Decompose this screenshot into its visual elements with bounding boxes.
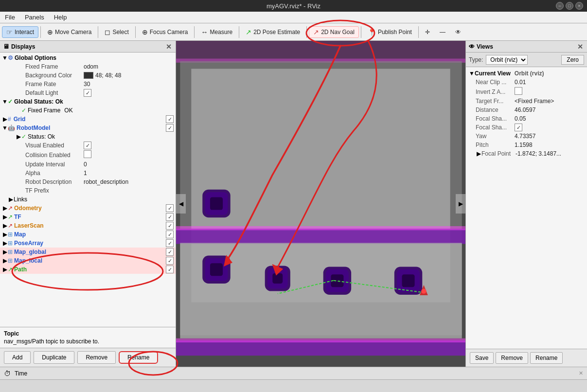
views-close-button[interactable]: ✕ bbox=[576, 43, 584, 51]
visual-enabled-checkbox[interactable] bbox=[84, 142, 91, 149]
default-light-value[interactable] bbox=[84, 89, 91, 97]
current-view-type: Orbit (rviz) bbox=[515, 70, 544, 77]
focal-point-row[interactable]: ▶ Focal Point -1.8742; 3.1487... bbox=[466, 149, 587, 158]
global-options-item[interactable]: ▼ ⚙ Global Options bbox=[0, 53, 176, 62]
select-button[interactable]: ◻ Select bbox=[100, 26, 133, 38]
viewport-nav-left[interactable]: ◀ bbox=[176, 194, 186, 214]
remove-toolbar-button[interactable]: — bbox=[435, 27, 450, 37]
global-options-arrow: ▼ bbox=[2, 54, 8, 61]
window-controls[interactable]: – □ × bbox=[556, 2, 583, 10]
focus-camera-label: Focus Camera bbox=[150, 29, 188, 36]
grid-item[interactable]: ▶ # Grid bbox=[0, 115, 176, 124]
menu-file[interactable]: File bbox=[3, 14, 17, 21]
map-global-arrow: ▶ bbox=[2, 249, 8, 255]
map-local-icon: ⊞ bbox=[8, 257, 13, 264]
2d-nav-button[interactable]: ↗ 2D Nav Goal bbox=[309, 26, 359, 38]
collision-enabled-value[interactable] bbox=[84, 150, 91, 160]
add-button[interactable]: Add bbox=[4, 351, 31, 364]
views-panel-header: 👁 Views ✕ bbox=[466, 41, 587, 53]
measure-button[interactable]: ↔ Measure bbox=[196, 26, 237, 38]
robot-status-item[interactable]: ▶ ✓ Status: Ok bbox=[0, 132, 176, 141]
eye-toolbar-button[interactable]: 👁 bbox=[451, 27, 465, 37]
default-light-row: Default Light bbox=[0, 89, 176, 97]
move-camera-button[interactable]: ⊕ Move Camera bbox=[43, 26, 96, 38]
map-global-icon: ⊞ bbox=[8, 249, 13, 255]
target-frame-value: <Fixed Frame> bbox=[515, 98, 554, 105]
views-bottom-buttons: Save Remove Rename bbox=[466, 349, 587, 367]
map-global-checkbox[interactable] bbox=[166, 248, 174, 256]
publish-point-button[interactable]: 📍 Publish Point bbox=[363, 26, 416, 38]
invert-z-value[interactable] bbox=[515, 87, 522, 96]
robot-status-icon: ✓ bbox=[21, 133, 26, 140]
menubar: File Panels Help bbox=[0, 12, 587, 23]
minimize-button[interactable]: – bbox=[556, 2, 564, 10]
duplicate-button[interactable]: Duplicate bbox=[34, 351, 74, 364]
laserscan-checkbox[interactable] bbox=[166, 222, 174, 230]
focal-sha2-checkbox[interactable] bbox=[515, 124, 522, 131]
svg-rect-7 bbox=[176, 340, 465, 356]
viewport-nav-right[interactable]: ▶ bbox=[456, 194, 465, 214]
focal-sha1-row: Focal Sha... 0.05 bbox=[466, 114, 587, 123]
remove-display-button[interactable]: Remove bbox=[77, 351, 116, 364]
links-item[interactable]: ▶ Links bbox=[0, 195, 176, 204]
viewport[interactable]: ◀ ▶ bbox=[176, 41, 465, 367]
map-item[interactable]: ▶ ⊞ Map bbox=[0, 230, 176, 239]
path-item[interactable]: ▶ ↗ Path bbox=[0, 265, 176, 274]
2d-pose-button[interactable]: ↗ 2D Pose Estimate bbox=[241, 26, 304, 38]
path-arrow: ▶ bbox=[2, 266, 8, 273]
grid-checkbox[interactable] bbox=[166, 115, 174, 123]
global-status-label: Global Status: Ok bbox=[14, 98, 63, 105]
views-zero-button[interactable]: Zero bbox=[561, 55, 584, 65]
displays-close-button[interactable]: ✕ bbox=[165, 43, 173, 51]
odometry-checkbox[interactable] bbox=[166, 204, 174, 212]
menu-panels[interactable]: Panels bbox=[23, 14, 46, 21]
robot-model-item[interactable]: ▼ 🤖 RobotModel bbox=[0, 124, 176, 132]
robot-model-checkbox[interactable] bbox=[166, 124, 174, 132]
map-checkbox[interactable] bbox=[166, 231, 174, 238]
path-checkbox[interactable] bbox=[166, 266, 174, 273]
posearray-item[interactable]: ▶ ⊞ PoseArray bbox=[0, 239, 176, 248]
odometry-item[interactable]: ▶ ↗ Odometry bbox=[0, 204, 176, 213]
tf-checkbox[interactable] bbox=[166, 213, 174, 221]
add-toolbar-button[interactable]: ✛ bbox=[421, 27, 434, 37]
menu-help[interactable]: Help bbox=[52, 14, 69, 21]
interact-button[interactable]: ☞ Interact bbox=[2, 26, 38, 38]
global-status-item[interactable]: ▼ ✓ Global Status: Ok bbox=[0, 97, 176, 106]
close-button[interactable]: × bbox=[575, 2, 583, 10]
map-local-checkbox[interactable] bbox=[166, 257, 174, 265]
map-label: Map bbox=[14, 231, 26, 238]
titlebar: myAGV.rviz* - RViz – □ × bbox=[0, 0, 587, 12]
views-remove-button[interactable]: Remove bbox=[496, 352, 528, 364]
visual-enabled-value[interactable] bbox=[84, 142, 91, 149]
map-local-item[interactable]: ▶ ⊞ Map_local bbox=[0, 256, 176, 265]
toolbar-sep-2 bbox=[98, 26, 98, 38]
topic-panel: Topic nav_msgs/Path topic to subscribe t… bbox=[0, 327, 176, 348]
laserscan-item[interactable]: ▶ ↗ LaserScan bbox=[0, 221, 176, 230]
fixed-frame-value: odom bbox=[84, 63, 98, 70]
frame-rate-label: Frame Rate bbox=[25, 81, 84, 88]
global-options-label: Global Options bbox=[15, 54, 56, 61]
tf-item[interactable]: ▶ ↗ TF bbox=[0, 213, 176, 221]
views-save-button[interactable]: Save bbox=[470, 352, 494, 364]
time-close-icon[interactable]: ✕ bbox=[579, 370, 583, 376]
fixed-frame-status-item[interactable]: ✓ Fixed Frame OK bbox=[0, 106, 176, 115]
default-light-checkbox[interactable] bbox=[84, 89, 91, 97]
collision-enabled-checkbox[interactable] bbox=[84, 150, 91, 158]
posearray-checkbox[interactable] bbox=[166, 239, 174, 247]
rename-button[interactable]: Rename bbox=[119, 351, 158, 364]
robot-model-label: RobotModel bbox=[17, 125, 50, 131]
publish-point-label: Publish Point bbox=[378, 29, 412, 36]
maximize-button[interactable]: □ bbox=[566, 2, 573, 10]
views-rename-button[interactable]: Rename bbox=[530, 352, 563, 364]
focus-camera-button[interactable]: ⊕ Focus Camera bbox=[138, 26, 193, 38]
map-global-item[interactable]: ▶ ⊞ Map_global bbox=[0, 248, 176, 256]
window-title: myAGV.rviz* - RViz bbox=[267, 2, 320, 10]
views-type-select[interactable]: Orbit (rviz) bbox=[486, 55, 528, 65]
focal-sha2-value[interactable] bbox=[515, 124, 522, 131]
global-status-icon: ✓ bbox=[8, 98, 13, 105]
odometry-arrow: ▶ bbox=[2, 205, 8, 212]
grid-icon: # bbox=[8, 116, 11, 123]
time-icon: ⏱ bbox=[4, 370, 11, 377]
laserscan-icon: ↗ bbox=[8, 222, 13, 229]
invert-z-checkbox[interactable] bbox=[515, 87, 522, 95]
